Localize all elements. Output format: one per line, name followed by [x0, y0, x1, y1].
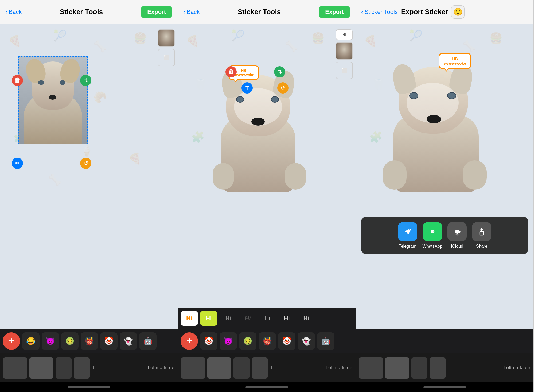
flip-handle-1[interactable]: ⇅ [80, 75, 91, 86]
icloud-label: iCloud [451, 244, 463, 249]
loftmarkt-label-1: Loftmarkt.de [148, 365, 174, 371]
right-strip-2: Hi ⬜ [336, 29, 353, 79]
flip-icon-2: ⇅ [278, 69, 282, 75]
export-icloud[interactable]: iCloud [447, 222, 467, 249]
back-button-3[interactable]: ‹ Sticker Tools [361, 8, 398, 16]
icloud-icon [447, 222, 467, 241]
home-indicator-3 [356, 382, 533, 392]
scissors-handle-1[interactable]: ✂ [12, 158, 23, 169]
style-item-extra[interactable]: Hi [298, 311, 315, 326]
ad-bar-1: ℹ Loftmarkt.de [0, 353, 178, 382]
back-button-1[interactable]: ‹ Back [5, 8, 22, 16]
text-handle-2[interactable]: T [241, 82, 253, 94]
nav-subtitle-3: Export Sticker [401, 8, 448, 16]
emoji-button-3[interactable]: 🙂 [451, 5, 465, 19]
nav-bar-1: ‹ Back Sticker Tools Export [0, 0, 178, 24]
trash-icon: 🗑 [14, 77, 20, 84]
home-bar-3 [423, 386, 466, 388]
text-icon-2: T [245, 85, 249, 91]
export-button-1[interactable]: Export [141, 6, 172, 18]
bubble-line2-3: wwwwwoke [444, 61, 466, 65]
right-strip-1: ⬜ [158, 29, 175, 66]
dog-sticker-3 [377, 61, 489, 192]
sticker-thumb-3[interactable]: 🤢 [61, 332, 79, 350]
sticker-thumb-2-4[interactable]: 👹 [259, 332, 276, 350]
ad-thumb-3-1 [359, 357, 383, 379]
export-telegram[interactable]: Telegram [398, 222, 417, 249]
panel-1: ‹ Back Sticker Tools Export 🍕 🎾 🦴 🍔 🦷 🥐 … [0, 0, 178, 392]
sticker-thumb-2-3[interactable]: 🤢 [239, 332, 256, 350]
sticker-thumb-2-6[interactable]: 👻 [298, 332, 315, 350]
telegram-icon [398, 222, 417, 241]
home-bar-2 [245, 386, 288, 388]
panel-3: ‹ Sticker Tools Export Sticker 🙂 🍕 🎾 🦴 🍔… [356, 0, 534, 392]
nav-bar-2: ‹ Back Sticker Tools Export [178, 0, 356, 24]
home-indicator-2 [178, 382, 356, 392]
back-label-2: Back [187, 9, 200, 15]
scissors-icon: ✂ [15, 160, 20, 167]
ad-thumb-3-3 [411, 357, 427, 379]
rotate-handle-1[interactable]: ↺ [80, 158, 91, 169]
style-item-serif[interactable]: Hi [239, 311, 256, 326]
bottom-toolbar-1: + 😂 😈 🤢 👹 🤡 👻 🤖 [0, 329, 178, 353]
sticker-thumb-2-5[interactable]: 🤡 [278, 332, 295, 350]
thumb-dog-2[interactable] [336, 42, 353, 60]
add-sticker-button-2[interactable]: + [181, 332, 198, 350]
wm2-icon: 🍕 [186, 35, 199, 47]
style-item-thin[interactable]: Hi [259, 311, 276, 326]
thumb-empty-2[interactable]: ⬜ [336, 62, 353, 79]
nav-title-2: Sticker Tools [238, 8, 281, 16]
rotate-icon-2: ↺ [280, 84, 285, 91]
wm3-icon: 🦴 [463, 40, 476, 53]
sticker-thumb-6[interactable]: 👻 [120, 332, 137, 350]
thumb-hi-label: Hi [343, 33, 346, 37]
canvas-1: 🍕 🎾 🦴 🍔 🦷 🥐 🧩 🍦 🦴 🍕 [0, 24, 178, 329]
add-sticker-button-1[interactable]: + [3, 332, 20, 350]
share-label: Share [476, 244, 488, 249]
loftmarkt-label-2: Loftmarkt.de [326, 365, 352, 371]
ad-thumb-2-1 [181, 357, 205, 379]
loftmarkt-label-3: Loftmarkt.de [504, 365, 530, 371]
sticker-thumb-2-1[interactable]: 🤡 [200, 332, 217, 350]
thumb-hi-2[interactable]: Hi [336, 29, 353, 40]
bubble-line1-3: HB [444, 56, 466, 61]
style-item-outline[interactable]: Hi [181, 311, 198, 326]
back-button-2[interactable]: ‹ Back [183, 8, 200, 16]
export-whatsapp[interactable]: WhatsApp [423, 222, 442, 249]
back-label-3: Sticker Tools [365, 9, 398, 15]
style-item-dark[interactable]: Hi [278, 311, 295, 326]
style-item-plain[interactable]: Hi [220, 311, 237, 326]
dog-photo-1[interactable] [18, 56, 88, 144]
info-icon-2: ℹ [271, 365, 272, 370]
thumb-empty-1[interactable]: ⬜ [158, 49, 175, 66]
sticker-thumb-7[interactable]: 🤖 [139, 332, 157, 350]
ad-thumb-4 [74, 357, 90, 379]
delete-handle-2[interactable]: 🗑 [225, 66, 237, 77]
flip-handle-2[interactable]: ⇅ [274, 66, 285, 77]
wm-icon: 🦴 [93, 40, 107, 53]
wm2-icon: 🎾 [231, 29, 245, 42]
export-button-2[interactable]: Export [319, 6, 350, 18]
sticker-thumb-1[interactable]: 😂 [22, 332, 40, 350]
sticker-thumb-2-2[interactable]: 😈 [220, 332, 237, 350]
ad-thumb-3-2 [385, 357, 409, 379]
delete-handle-1[interactable]: 🗑 [12, 75, 23, 86]
ad-thumb-3 [56, 357, 72, 379]
sticker-thumb-4[interactable]: 👹 [81, 332, 98, 350]
wm-icon: 🍕 [8, 35, 21, 47]
thumb-dog-1[interactable] [158, 29, 175, 47]
trash-icon-2: 🗑 [228, 68, 234, 75]
ad-thumb-2-2 [207, 357, 231, 379]
sticker-thumb-2[interactable]: 😈 [42, 332, 59, 350]
ad-thumb-2-3 [233, 357, 250, 379]
whatsapp-icon [423, 222, 442, 241]
sticker-thumb-2-7[interactable]: 🤖 [317, 332, 334, 350]
wm-icon: 🦴 [48, 174, 61, 186]
export-share[interactable]: Share [472, 222, 491, 249]
rotate-handle-2[interactable]: ↺ [277, 82, 289, 94]
style-bar-2: Hi Hi Hi Hi Hi Hi Hi [178, 308, 356, 329]
dog-sticker-2[interactable] [205, 67, 311, 192]
chevron-left-icon-3: ‹ [361, 8, 364, 16]
sticker-thumb-5[interactable]: 🤡 [100, 332, 118, 350]
style-item-yellow[interactable]: Hi [200, 311, 217, 326]
